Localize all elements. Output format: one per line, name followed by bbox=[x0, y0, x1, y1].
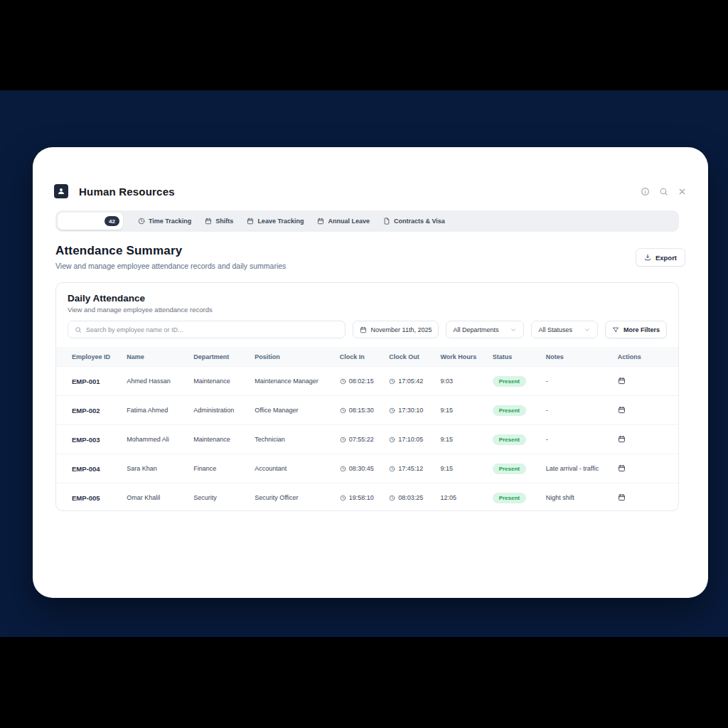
window-header: Human Resources bbox=[54, 178, 687, 204]
calendar-icon bbox=[247, 218, 254, 225]
calendar-icon bbox=[618, 377, 626, 385]
col-status: Status bbox=[493, 353, 546, 360]
calendar-icon bbox=[360, 326, 367, 333]
clock-in-cell: 19:58:10 bbox=[340, 494, 389, 501]
col-name: Name bbox=[127, 353, 193, 360]
clock-in-value: 08:30:45 bbox=[349, 465, 374, 472]
tab-attendance-active[interactable]: 42 bbox=[58, 213, 123, 230]
clock-in-value: 08:02:15 bbox=[349, 378, 374, 385]
clock-icon bbox=[389, 378, 395, 385]
daily-attendance-card: Daily Attendance View and manage employe… bbox=[55, 282, 679, 511]
clock-icon bbox=[340, 495, 346, 501]
clock-icon bbox=[389, 437, 395, 443]
notes: Late arrival - traffic bbox=[546, 465, 618, 472]
notes: - bbox=[546, 436, 618, 443]
app-logo bbox=[54, 184, 68, 198]
clock-out-cell: 17:05:42 bbox=[389, 378, 440, 385]
clock-in-cell: 08:30:45 bbox=[340, 465, 389, 472]
search-input[interactable] bbox=[86, 326, 338, 333]
search-field[interactable] bbox=[68, 321, 346, 338]
row-action-button[interactable] bbox=[618, 464, 663, 473]
tab-label: Shifts bbox=[215, 218, 233, 225]
header-actions bbox=[640, 186, 687, 196]
department: Maintenance bbox=[193, 378, 255, 385]
attendance-count-badge: 42 bbox=[105, 216, 119, 226]
clock-icon bbox=[340, 466, 346, 472]
tab-contracts-visa[interactable]: Contracts & Visa bbox=[383, 218, 445, 225]
calendar-icon bbox=[618, 406, 626, 414]
clock-out-cell: 08:03:25 bbox=[389, 494, 440, 501]
row-action-button[interactable] bbox=[618, 406, 663, 415]
status-cell: Present bbox=[493, 405, 546, 416]
employee-name: Fatima Ahmed bbox=[127, 407, 193, 414]
clock-in-value: 08:15:30 bbox=[349, 407, 374, 414]
status-filter-select[interactable]: All Statuses bbox=[531, 321, 598, 338]
card-title: Daily Attendance bbox=[68, 293, 667, 304]
info-button[interactable] bbox=[640, 186, 650, 196]
employee-id: EMP-005 bbox=[72, 494, 127, 502]
more-filters-button[interactable]: More Filters bbox=[605, 321, 667, 338]
page-subtitle: View and manage employee attendance reco… bbox=[55, 262, 685, 270]
department-filter-select[interactable]: All Departments bbox=[446, 321, 524, 338]
notes: Night shift bbox=[546, 494, 618, 501]
row-action-button[interactable] bbox=[618, 493, 663, 503]
filter-row: November 11th, 2025 All Departments All … bbox=[56, 314, 678, 347]
table-body: EMP-001 Ahmed Hassan Maintenance Mainten… bbox=[56, 366, 678, 511]
clock-icon bbox=[340, 378, 346, 385]
tab-shifts[interactable]: Shifts bbox=[205, 218, 233, 225]
col-actions: Actions bbox=[618, 353, 663, 360]
status-cell: Present bbox=[493, 493, 546, 503]
search-icon bbox=[75, 326, 82, 333]
department-filter-value: All Departments bbox=[453, 326, 498, 333]
work-hours: 12:05 bbox=[441, 494, 493, 501]
clock-in-value: 07:55:22 bbox=[349, 436, 374, 443]
tab-bar: 42 Time Tracking Shifts Leave Tracking bbox=[55, 210, 679, 232]
table-row: EMP-004 Sara Khan Finance Accountant 08:… bbox=[56, 454, 678, 483]
clock-icon bbox=[340, 437, 346, 443]
col-notes: Notes bbox=[546, 353, 618, 360]
col-department: Department bbox=[193, 353, 255, 360]
col-clock-in: Clock In bbox=[340, 353, 389, 360]
position: Accountant bbox=[255, 465, 340, 472]
close-button[interactable] bbox=[677, 186, 687, 196]
employee-name: Omar Khalil bbox=[127, 494, 193, 501]
date-picker[interactable]: November 11th, 2025 bbox=[353, 321, 439, 338]
position: Technician bbox=[255, 436, 340, 443]
row-action-button[interactable] bbox=[618, 435, 663, 444]
employee-name: Sara Khan bbox=[127, 465, 193, 472]
tab-leave-tracking[interactable]: Leave Tracking bbox=[247, 218, 304, 225]
calendar-icon bbox=[618, 435, 626, 443]
person-icon bbox=[57, 187, 65, 196]
status-badge: Present bbox=[493, 493, 526, 503]
status-cell: Present bbox=[493, 464, 546, 474]
table-row: EMP-001 Ahmed Hassan Maintenance Mainten… bbox=[56, 366, 678, 395]
app-title: Human Resources bbox=[79, 186, 175, 198]
tab-annual-leave[interactable]: Annual Leave bbox=[317, 218, 370, 225]
notes: - bbox=[546, 378, 618, 385]
tab-time-tracking[interactable]: Time Tracking bbox=[138, 218, 191, 225]
clock-in-cell: 08:02:15 bbox=[340, 378, 389, 385]
tab-label: Contracts & Visa bbox=[394, 218, 445, 225]
employee-name: Ahmed Hassan bbox=[127, 378, 193, 385]
col-employee-id: Employee ID bbox=[72, 353, 127, 360]
card-subtitle: View and manage employee attendance reco… bbox=[68, 306, 667, 314]
document-icon bbox=[383, 218, 390, 225]
tab-label: Annual Leave bbox=[328, 218, 370, 225]
employee-id: EMP-001 bbox=[72, 378, 127, 385]
department: Security bbox=[193, 494, 255, 501]
info-icon bbox=[641, 187, 650, 196]
table-row: EMP-005 Omar Khalil Security Security Of… bbox=[56, 483, 678, 511]
notes: - bbox=[546, 407, 618, 414]
clock-icon bbox=[389, 407, 395, 414]
search-button[interactable] bbox=[658, 186, 668, 196]
tab-items: Time Tracking Shifts Leave Tracking Annu… bbox=[138, 218, 445, 225]
employee-id: EMP-003 bbox=[72, 436, 127, 444]
export-button[interactable]: Export bbox=[636, 248, 685, 267]
clock-in-cell: 08:15:30 bbox=[340, 407, 389, 414]
row-action-button[interactable] bbox=[618, 377, 663, 386]
calendar-icon bbox=[618, 464, 626, 472]
work-hours: 9:15 bbox=[441, 436, 493, 443]
status-cell: Present bbox=[493, 434, 546, 445]
calendar-icon bbox=[317, 218, 324, 225]
chevron-down-icon bbox=[584, 326, 591, 333]
